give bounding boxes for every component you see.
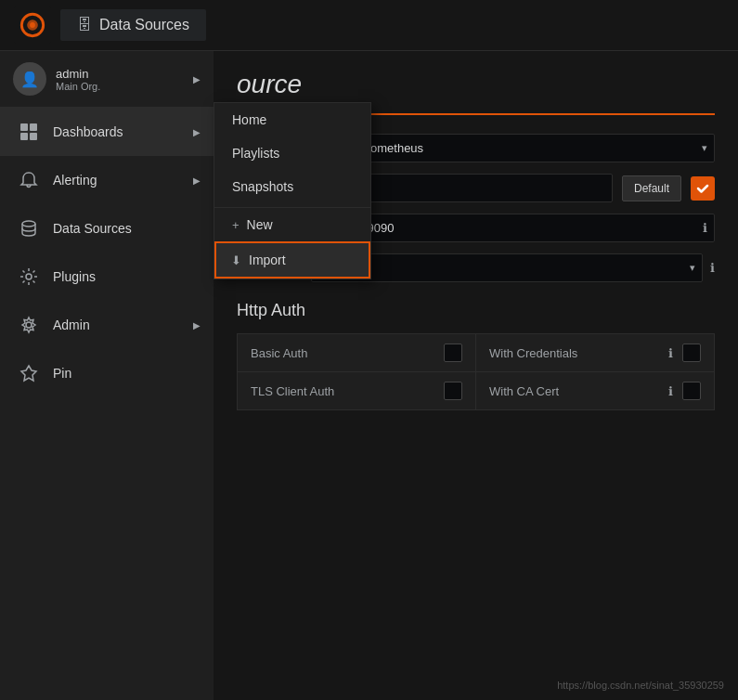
sidebar-user[interactable]: 👤 admin Main Org. ▶	[0, 51, 214, 108]
pin-icon	[16, 360, 42, 386]
data-sources-icon	[16, 215, 42, 241]
tls-client-auth-checkbox[interactable]	[444, 382, 462, 400]
auth-cell-tls-client-auth: TLS Client Auth	[238, 372, 475, 409]
with-ca-cert-info-icon[interactable]: ℹ	[668, 384, 673, 398]
dashboard-submenu: Home Playlists Snapshots + New ⬇ Import	[214, 102, 371, 279]
svg-rect-6	[30, 133, 37, 140]
sidebar-nav: Dashboards ▶ Alerting ▶	[0, 108, 214, 700]
sidebar-alerting-label: Alerting	[53, 173, 193, 188]
auth-cell-basic-auth: Basic Auth	[238, 334, 475, 371]
type-select-wrapper: Prometheus MySQL PostgreSQL Elasticsearc…	[348, 134, 715, 162]
default-badge[interactable]: Default	[622, 175, 681, 201]
with-credentials-label: With Credentials	[489, 346, 659, 360]
user-icon: 👤	[20, 71, 39, 88]
footer-watermark: https://blog.csdn.net/sinat_35930259	[557, 680, 724, 691]
with-credentials-info-icon[interactable]: ℹ	[668, 346, 673, 360]
auth-cell-with-credentials: With Credentials ℹ	[476, 334, 714, 371]
basic-auth-label: Basic Auth	[251, 346, 434, 360]
sidebar-item-alerting[interactable]: Alerting ▶	[0, 156, 214, 204]
avatar: 👤	[13, 62, 46, 96]
sidebar-item-admin[interactable]: Admin ▶	[0, 301, 214, 349]
with-ca-cert-checkbox[interactable]	[682, 382, 701, 400]
svg-point-8	[26, 274, 32, 279]
svg-point-2	[30, 22, 35, 28]
page-title: Data Sources	[99, 17, 189, 33]
with-credentials-checkbox[interactable]	[682, 344, 701, 362]
sidebar-item-data-sources[interactable]: Data Sources	[0, 204, 214, 253]
sidebar-user-name: admin	[56, 67, 193, 81]
dash-action-import[interactable]: ⬇ Import	[214, 241, 370, 279]
auth-grid: Basic Auth With Credentials ℹ TLS Client…	[237, 333, 715, 410]
sidebar-user-org: Main Org.	[56, 81, 193, 92]
sidebar-admin-label: Admin	[53, 318, 193, 332]
sidebar-pin-label: Pin	[53, 366, 201, 381]
default-checkbox[interactable]	[691, 176, 715, 201]
svg-rect-5	[20, 133, 28, 140]
dash-action-new-label: New	[247, 217, 273, 232]
content-title: ource	[237, 70, 715, 99]
sidebar-dashboards-arrow-icon: ▶	[193, 127, 201, 137]
tls-client-auth-label: TLS Client Auth	[251, 384, 434, 398]
import-icon: ⬇	[231, 253, 241, 267]
svg-point-9	[26, 322, 32, 328]
sidebar-admin-arrow-icon: ▶	[193, 320, 201, 331]
sidebar-item-label: Dashboards	[53, 124, 193, 139]
svg-point-7	[22, 221, 35, 227]
main-layout: 👤 admin Main Org. ▶ Dashb	[0, 51, 738, 700]
sidebar: 👤 admin Main Org. ▶ Dashb	[0, 51, 214, 700]
sidebar-item-pin[interactable]: Pin	[0, 349, 214, 397]
database-icon: 🗄	[77, 17, 92, 33]
dash-action-import-label: Import	[249, 253, 286, 267]
sidebar-user-arrow-icon: ▶	[193, 74, 201, 84]
topbar-title-section: 🗄 Data Sources	[60, 9, 206, 41]
logo-button[interactable]	[14, 6, 51, 44]
type-select[interactable]: Prometheus MySQL PostgreSQL Elasticsearc…	[348, 134, 715, 162]
submenu-item-home[interactable]: Home	[214, 103, 370, 136]
sidebar-data-sources-label: Data Sources	[53, 221, 201, 236]
svg-rect-3	[20, 123, 28, 131]
submenu-item-snapshots[interactable]: Snapshots	[214, 170, 370, 203]
http-auth-title: Http Auth	[237, 301, 715, 320]
dashboards-icon	[16, 119, 42, 145]
submenu-item-playlists[interactable]: Playlists	[214, 136, 370, 170]
auth-cell-with-ca-cert: With CA Cert ℹ	[476, 372, 714, 409]
http-auth-section: Http Auth Basic Auth With Credentials ℹ	[237, 301, 715, 410]
plugins-icon	[16, 264, 42, 290]
basic-auth-checkbox[interactable]	[444, 344, 462, 362]
topbar: 🗄 Data Sources	[0, 0, 738, 51]
sidebar-item-dashboards[interactable]: Dashboards ▶	[0, 108, 214, 156]
sidebar-user-info: admin Main Org.	[56, 67, 193, 92]
sidebar-plugins-label: Plugins	[53, 269, 201, 284]
sidebar-alerting-arrow-icon: ▶	[193, 175, 201, 186]
svg-rect-4	[30, 123, 37, 131]
dash-action-new[interactable]: + New	[214, 208, 370, 241]
plus-icon: +	[232, 218, 240, 232]
alerting-icon	[16, 167, 42, 193]
url-info-icon[interactable]: ℹ	[703, 221, 707, 235]
with-ca-cert-label: With CA Cert	[489, 384, 659, 398]
sidebar-item-plugins[interactable]: Plugins	[0, 253, 214, 301]
admin-icon	[16, 312, 42, 338]
access-info-icon[interactable]: ℹ	[710, 261, 715, 275]
